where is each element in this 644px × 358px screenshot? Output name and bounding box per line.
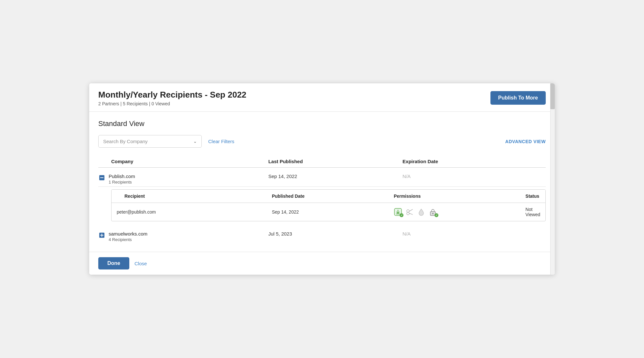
collapse-icon[interactable] — [98, 174, 105, 181]
download-check-badge: ✓ — [400, 213, 403, 217]
company-row-samuelworks: samuelworks.com 4 Recipients Jul 5, 2023… — [98, 226, 546, 244]
advanced-view-button[interactable]: ADVANCED VIEW — [505, 139, 546, 144]
close-button[interactable]: Close — [134, 261, 147, 266]
modal-title: Monthly/Yearly Recipients - Sep 2022 — [98, 90, 246, 100]
company-recipients: 1 Recipients — [109, 180, 135, 184]
recipient-email: peter@publish.com — [112, 203, 267, 221]
search-by-company-dropdown[interactable]: Search By Company ⌄ — [98, 135, 202, 148]
samuelworks-last-published: Jul 5, 2023 — [268, 226, 403, 244]
svg-rect-1 — [100, 177, 103, 178]
lock-permission-icon[interactable]: ✓ — [429, 208, 437, 216]
recipient-row: peter@publish.com Sep 14, 2022 — [112, 203, 545, 221]
svg-point-5 — [407, 212, 409, 215]
filter-row: Search By Company ⌄ Clear Filters ADVANC… — [98, 135, 546, 148]
col-last-published: Last Published — [268, 155, 403, 168]
samuelworks-expiration: N/A — [403, 226, 546, 244]
svg-rect-12 — [102, 234, 102, 237]
recipient-permissions: ✓ — [389, 203, 520, 221]
permissions-icons: ✓ — [394, 208, 515, 216]
modal-header: Monthly/Yearly Recipients - Sep 2022 2 P… — [89, 83, 555, 112]
section-title: Standard View — [98, 120, 546, 128]
svg-point-4 — [407, 210, 409, 212]
company-name-cell: Publish.com 1 Recipients — [98, 174, 268, 184]
sub-col-status: Status — [520, 190, 545, 203]
modal-subtitle: 2 Partners | 5 Recipients | 0 Viewed — [98, 101, 246, 106]
svg-line-6 — [409, 209, 413, 212]
header-left: Monthly/Yearly Recipients - Sep 2022 2 P… — [98, 90, 246, 106]
sub-table-row-publish-com: Recipient Published Date Permissions Sta… — [98, 187, 546, 227]
download-permission-icon[interactable]: ✓ — [394, 208, 402, 216]
sub-col-permissions: Permissions — [389, 190, 520, 203]
company-last-published: Sep 14, 2022 — [268, 168, 403, 187]
sub-col-published-date: Published Date — [267, 190, 389, 203]
droplet-permission-icon[interactable] — [417, 208, 425, 216]
company-name: Publish.com — [109, 174, 135, 179]
search-dropdown-label: Search By Company — [103, 139, 148, 144]
clear-filters-button[interactable]: Clear Filters — [208, 139, 234, 144]
lock-check-badge: ✓ — [435, 213, 438, 217]
modal-container: Monthly/Yearly Recipients - Sep 2022 2 P… — [89, 83, 555, 275]
publish-to-more-button[interactable]: Publish To More — [490, 91, 546, 105]
expand-icon[interactable] — [98, 232, 105, 239]
company-name-samuelworks: samuelworks.com — [109, 231, 147, 237]
done-button[interactable]: Done — [98, 257, 129, 269]
scrollbar-thumb[interactable] — [550, 83, 555, 109]
company-info-samuelworks: samuelworks.com 4 Recipients — [109, 231, 147, 242]
recipients-sub-table: Recipient Published Date Permissions Sta… — [112, 190, 545, 221]
company-expiration: N/A — [403, 168, 546, 187]
svg-point-9 — [432, 213, 434, 214]
modal-body: Standard View Search By Company ⌄ Clear … — [89, 112, 555, 252]
recipient-status: Not Viewed — [520, 203, 545, 221]
chevron-down-icon: ⌄ — [193, 139, 197, 144]
company-row-publish-com: Publish.com 1 Recipients Sep 14, 2022 N/… — [98, 168, 546, 187]
col-expiration-date: Expiration Date — [403, 155, 546, 168]
sub-col-recipient: Recipient — [112, 190, 267, 203]
scissors-permission-icon[interactable] — [405, 208, 414, 216]
scrollbar-track[interactable] — [550, 83, 555, 275]
recipients-sub-table-wrapper: Recipient Published Date Permissions Sta… — [111, 189, 546, 221]
recipient-published-date: Sep 14, 2022 — [267, 203, 389, 221]
company-name-cell-samuelworks: samuelworks.com 4 Recipients — [98, 231, 268, 242]
col-company: Company — [98, 155, 268, 168]
main-table-container: Company Last Published Expiration Date — [98, 155, 546, 244]
company-recipients-samuelworks: 4 Recipients — [109, 237, 147, 242]
main-table: Company Last Published Expiration Date — [98, 155, 546, 244]
modal-footer: Done Close — [89, 252, 555, 275]
company-info: Publish.com 1 Recipients — [109, 174, 135, 184]
